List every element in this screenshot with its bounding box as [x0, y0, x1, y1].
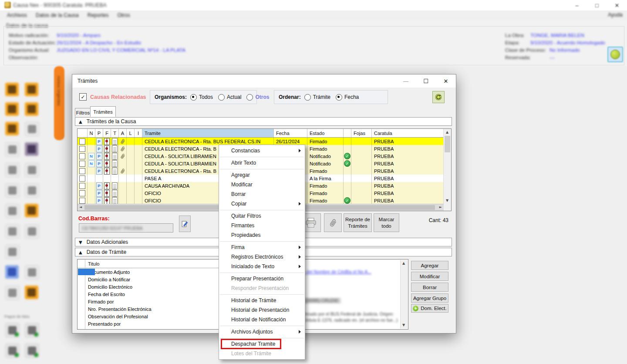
case-action-button[interactable] [607, 47, 623, 62]
titulo-row[interactable]: Documento Adjunto [78, 268, 220, 276]
menu-ayuda[interactable]: Ayuda [608, 12, 623, 18]
scroll-down-icon[interactable]: ▼ [402, 324, 405, 327]
radio-actual[interactable]: Actual [218, 94, 241, 101]
column-header-f[interactable]: F [103, 129, 111, 137]
scroll-down-icon[interactable]: ▼ [446, 199, 448, 202]
minimize-button[interactable]: – [567, 2, 587, 9]
maximize-button[interactable]: □ [587, 2, 607, 9]
content-scrollbar[interactable]: ▲ ▼ [400, 260, 408, 329]
sidebar-icon[interactable] [5, 224, 20, 239]
row-checkbox[interactable] [79, 168, 85, 174]
row-checkbox[interactable] [79, 146, 85, 152]
menu-reportes[interactable]: Reportes [83, 12, 113, 18]
scroll-right-icon[interactable]: ► [439, 206, 442, 209]
dialog-maximize-button[interactable]: ☐ [416, 74, 436, 88]
sidebar-icon[interactable] [5, 102, 19, 116]
menu-item-quitar-filtros[interactable]: Quitar Filtros [219, 211, 305, 221]
menu-item-inicialado-de-texto[interactable]: Inicialado de Texto [219, 262, 305, 271]
sidebar-icon[interactable] [5, 204, 20, 218]
menu-archivos[interactable]: Archivos [3, 12, 31, 18]
sidebar-icon[interactable] [5, 245, 20, 259]
agregar-grupo-button[interactable]: Agregar Grupo [411, 293, 448, 303]
menu-item-historial-de-tramite[interactable]: Historial de Trámite [219, 296, 305, 305]
edit-codbarras-button[interactable] [179, 216, 191, 232]
scroll-up-icon[interactable]: ▲ [402, 262, 405, 265]
row-checkbox[interactable] [79, 183, 85, 189]
row-checkbox[interactable] [79, 161, 85, 167]
tab-tramites[interactable]: Trámites [90, 106, 116, 117]
titulo-row[interactable]: Presentado por [78, 320, 220, 327]
row-checkbox[interactable] [79, 153, 85, 159]
dom-elect--button[interactable]: +Dom. Elect. [411, 304, 448, 313]
reporte-tramites-button[interactable]: Reporte de Trámites [344, 213, 372, 232]
titulo-row[interactable]: Fecha del Escrito [78, 290, 220, 298]
sidebar-icon[interactable] [25, 122, 39, 136]
row-checkbox[interactable] [79, 138, 85, 145]
menu-item-agregar[interactable]: Agregar [219, 170, 305, 180]
sidebar-icon[interactable] [25, 323, 39, 337]
column-header-tramite[interactable]: Tramite [142, 129, 274, 137]
column-header-fojas[interactable]: Fojas [351, 129, 372, 137]
menu-datos-de-la-causa[interactable]: Datos de la Causa [31, 12, 83, 18]
sidebar-icon[interactable] [5, 142, 20, 157]
menu-item-historial-de-presentacion[interactable]: Historial de Presentación [219, 305, 305, 315]
sidebar-icon[interactable] [25, 224, 39, 239]
column-header-11[interactable] [344, 129, 351, 137]
titulo-row[interactable]: Firmado por [78, 298, 220, 305]
scroll-thumb[interactable] [445, 136, 450, 152]
column-header-0[interactable] [78, 129, 88, 137]
dialog-titlebar[interactable]: Trámites — ☐ ✕ [72, 74, 456, 88]
side-ribbon-tab[interactable]: Avisos Urgentes [54, 66, 64, 140]
radio-otros[interactable]: Otros [246, 94, 269, 101]
tab-filtros[interactable]: Filtros [75, 108, 91, 117]
menu-item-despachar-tramite[interactable]: Despachar Tramite [219, 339, 305, 349]
scroll-left-icon[interactable]: ◄ [79, 206, 82, 209]
agregar-button[interactable]: Agregar [411, 261, 448, 270]
menu-item-copiar[interactable]: Copiar [219, 199, 305, 209]
menu-otros[interactable]: Otros [113, 12, 134, 18]
row-checkbox[interactable] [79, 198, 85, 204]
sidebar-icon[interactable] [25, 183, 39, 198]
menu-item-firma[interactable]: Firma [219, 243, 305, 252]
table-row[interactable]: PCEDULA ELECTRONICA - Rta. BUS FEDERAL C… [78, 138, 451, 145]
borrar-button[interactable]: Borrar [411, 283, 448, 292]
titulo-header[interactable]: Titulo [78, 260, 220, 268]
dialog-close-button[interactable]: ✕ [436, 74, 456, 88]
causas-relacionadas-checkbox[interactable]: ✓ [79, 93, 87, 101]
column-header-t[interactable]: T [111, 129, 119, 137]
titulo-row[interactable]: Domicilio Electrónico [78, 283, 220, 290]
sidebar-icon[interactable] [25, 142, 38, 156]
column-header-fecha[interactable]: Fecha [274, 129, 307, 137]
sidebar-icon[interactable] [5, 323, 20, 337]
column-header-i[interactable]: I [135, 129, 142, 137]
tramites-de-la-causa-bar[interactable]: ▲ Trámites de la Causa [75, 117, 452, 126]
sidebar-icon[interactable] [25, 286, 38, 299]
menu-item-registros-electronicos[interactable]: Registros Electrónicos [219, 252, 305, 262]
radio-todos[interactable]: Todos [190, 94, 213, 101]
sidebar-icon[interactable] [25, 102, 38, 116]
menu-item-propiedades[interactable]: Propiedades [219, 230, 305, 240]
column-header-l[interactable]: L [127, 129, 135, 137]
marcar-todo-button[interactable]: Marcar todo [374, 213, 399, 232]
titulo-row[interactable]: Domicilio a Notificar [78, 276, 220, 283]
attachment-button[interactable] [324, 213, 342, 232]
sidebar-icon[interactable] [5, 183, 20, 198]
close-button[interactable]: ✕ [607, 2, 627, 9]
row-checkbox[interactable] [79, 175, 85, 182]
modificar-button[interactable]: Modificar [411, 272, 448, 281]
menu-item-archivos-adjuntos[interactable]: Archivos Adjuntos [219, 327, 305, 337]
codbarras-input[interactable]: CE78601283 63147 PRUEBA [79, 223, 173, 233]
menu-item-historial-de-notificacion[interactable]: Historial de Notificación [219, 315, 305, 324]
sidebar-icon[interactable] [25, 83, 38, 96]
radio-fecha[interactable]: Fecha [336, 94, 359, 101]
sidebar-icon[interactable] [5, 163, 20, 177]
sidebar-icon[interactable] [25, 204, 38, 217]
sidebar-icon[interactable] [25, 265, 39, 280]
column-header-estado[interactable]: Estado [307, 129, 344, 137]
titulo-row[interactable]: Observación del Profesional [78, 313, 220, 320]
titulo-row[interactable]: Nro. Presentación Electrónica [78, 305, 220, 313]
menu-item-modificar[interactable]: Modificar [219, 180, 305, 189]
sidebar-icon[interactable] [5, 265, 19, 279]
sidebar-icon[interactable] [5, 122, 19, 135]
dialog-minimize-button[interactable]: — [396, 74, 416, 88]
